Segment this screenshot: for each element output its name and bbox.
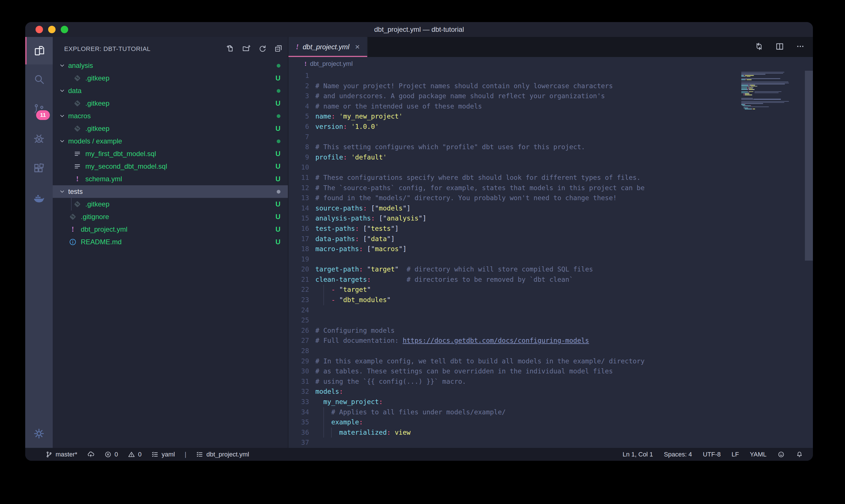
git-untracked-badge: U xyxy=(275,162,281,170)
code-line[interactable]: 32models: xyxy=(288,386,813,397)
code-editor[interactable]: 12# Name your project! Project names sho… xyxy=(288,71,813,448)
close-window-button[interactable] xyxy=(36,26,43,33)
activity-item-debug[interactable] xyxy=(25,124,53,154)
activity-item-source-control[interactable]: 11 xyxy=(25,94,53,124)
split-editor-icon[interactable] xyxy=(775,42,784,52)
status-lf[interactable]: LF xyxy=(732,451,739,458)
status-cloud-upload[interactable] xyxy=(87,451,94,458)
tab-dbt-project-yml[interactable]: ! dbt_project.yml × xyxy=(288,37,368,57)
code-line[interactable]: 21clean-targets: # directories to be rem… xyxy=(288,275,813,285)
code-line[interactable]: 6version: '1.0.0' xyxy=(288,122,813,132)
tree-file-my-first-dbt-model-sql[interactable]: my_first_dbt_model.sqlU xyxy=(53,147,288,160)
code-line[interactable]: 37 xyxy=(288,437,813,448)
vertical-scrollbar[interactable] xyxy=(805,71,813,260)
title-bar[interactable]: dbt_project.yml — dbt-tutorial xyxy=(25,22,813,37)
code-line[interactable]: 30# as tables. These settings can be ove… xyxy=(288,366,813,377)
status-spaces-4[interactable]: Spaces: 4 xyxy=(664,451,692,458)
line-text: macro-paths: ["macros"] xyxy=(309,244,407,254)
code-line[interactable]: 31# using the `{{ config(...) }}` macro. xyxy=(288,377,813,387)
code-line[interactable]: 8# This setting configures which "profil… xyxy=(288,142,813,152)
checklist-icon xyxy=(196,451,203,458)
code-line[interactable]: 4# name or the intended use of these mod… xyxy=(288,101,813,112)
settings-gear-icon[interactable] xyxy=(25,427,53,440)
status-ln-1-col-1[interactable]: Ln 1, Col 1 xyxy=(623,451,653,458)
code-line[interactable]: 19 xyxy=(288,254,813,265)
tree-folder-macros[interactable]: macros xyxy=(53,110,288,122)
tree-folder-models-example[interactable]: models / example xyxy=(53,135,288,147)
code-line[interactable]: 22 - "target" xyxy=(288,285,813,295)
code-line[interactable]: 27# Full documentation: https://docs.get… xyxy=(288,336,813,346)
open-changes-icon[interactable] xyxy=(754,42,763,52)
code-line[interactable]: 16test-paths: ["tests"] xyxy=(288,224,813,234)
code-line[interactable]: 25 xyxy=(288,315,813,326)
status-master-[interactable]: master* xyxy=(45,451,77,458)
tree-file-my-second-dbt-model-sql[interactable]: my_second_dbt_model.sqlU xyxy=(53,160,288,173)
code-line[interactable]: 3# and underscores. A good package name … xyxy=(288,91,813,101)
code-line[interactable]: 11# These configurations specify where d… xyxy=(288,173,813,183)
tree-item-label: my_first_dbt_model.sql xyxy=(85,150,275,158)
code-line[interactable]: 14source-paths: ["models"] xyxy=(288,203,813,214)
tree-file--gitkeep[interactable]: .gitkeepU xyxy=(53,97,288,110)
refresh-icon[interactable] xyxy=(258,44,267,54)
tree-folder-analysis[interactable]: analysis xyxy=(53,59,288,72)
code-line[interactable]: 35 example: xyxy=(288,417,813,428)
code-line[interactable]: 15analysis-paths: ["analysis"] xyxy=(288,213,813,224)
status-0[interactable]: 0 xyxy=(128,451,142,458)
line-number: 35 xyxy=(288,417,309,428)
minimize-window-button[interactable] xyxy=(48,26,56,33)
code-line[interactable]: 5name: 'my_new_project' xyxy=(288,111,813,122)
code-line[interactable]: 20target-path: "target" # directory whic… xyxy=(288,264,813,275)
tree-file--gitignore[interactable]: .gitignoreU xyxy=(53,211,288,223)
more-actions-icon[interactable] xyxy=(796,42,805,52)
code-line[interactable]: 1 xyxy=(288,71,813,81)
tree-file--gitkeep[interactable]: .gitkeepU xyxy=(53,122,288,135)
status-utf-8[interactable]: UTF-8 xyxy=(703,451,721,458)
code-line[interactable]: 23 - "dbt_modules" xyxy=(288,295,813,305)
code-line[interactable]: 34 # Applies to all files under models/e… xyxy=(288,407,813,417)
activity-item-explorer[interactable] xyxy=(25,37,53,65)
code-line[interactable]: 28 xyxy=(288,346,813,356)
code-line[interactable]: 24 xyxy=(288,305,813,316)
code-line[interactable]: 36 materialized: view xyxy=(288,428,813,438)
activity-item-extensions[interactable] xyxy=(25,154,53,183)
zoom-window-button[interactable] xyxy=(61,26,68,33)
tree-folder-tests[interactable]: tests xyxy=(53,185,288,198)
tree-file-readme-md[interactable]: README.mdU xyxy=(53,236,288,248)
breadcrumb[interactable]: ! dbt_project.yml xyxy=(288,57,813,71)
new-folder-icon[interactable] xyxy=(242,44,251,54)
status-yaml[interactable]: yaml xyxy=(151,451,175,458)
code-line[interactable]: 9profile: 'default' xyxy=(288,152,813,163)
tree-file--gitkeep[interactable]: .gitkeepU xyxy=(53,72,288,85)
tree-file-schema-yml[interactable]: !schema.ymlU xyxy=(53,173,288,185)
status-yaml[interactable]: YAML xyxy=(750,451,767,458)
status-label: LF xyxy=(732,451,739,458)
code-line[interactable]: 33 my_new_project: xyxy=(288,397,813,407)
tree-file-dbt-project-yml[interactable]: !dbt_project.ymlU xyxy=(53,223,288,236)
code-line[interactable]: 18macro-paths: ["macros"] xyxy=(288,244,813,254)
indent-guide xyxy=(323,428,324,438)
code-line[interactable]: 12# The `source-paths` config, for examp… xyxy=(288,183,813,193)
status-label: Spaces: 4 xyxy=(664,451,692,458)
code-line[interactable]: 29# In this example config, we tell dbt … xyxy=(288,356,813,366)
tree-folder-data[interactable]: data xyxy=(53,85,288,97)
tree-file--gitkeep[interactable]: .gitkeepU xyxy=(53,198,288,211)
status-bell[interactable] xyxy=(796,451,803,458)
collapse-all-icon[interactable] xyxy=(274,44,283,54)
status-dbt-project-yml[interactable]: dbt_project.yml xyxy=(196,451,249,458)
indent-guide xyxy=(323,295,324,305)
status-smiley[interactable] xyxy=(777,451,785,458)
status-0[interactable]: 0 xyxy=(104,451,118,458)
code-line[interactable]: 10 xyxy=(288,162,813,173)
close-tab-icon[interactable]: × xyxy=(355,43,359,51)
activity-item-docker[interactable] xyxy=(25,183,53,213)
code-line[interactable]: 2# Name your project! Project names shou… xyxy=(288,81,813,91)
code-line[interactable]: 17data-paths: ["data"] xyxy=(288,234,813,244)
new-file-icon[interactable] xyxy=(226,44,235,54)
code-line[interactable]: 7 xyxy=(288,132,813,142)
activity-item-search[interactable] xyxy=(25,65,53,94)
code-line[interactable]: 13# found in the "models/" directory. Yo… xyxy=(288,193,813,203)
line-number: 24 xyxy=(288,305,309,316)
code-line[interactable]: 26# Configuring models xyxy=(288,326,813,336)
minimap[interactable] xyxy=(741,71,804,448)
vscode-window: dbt_project.yml — dbt-tutorial 11 EXPLOR… xyxy=(25,22,813,461)
